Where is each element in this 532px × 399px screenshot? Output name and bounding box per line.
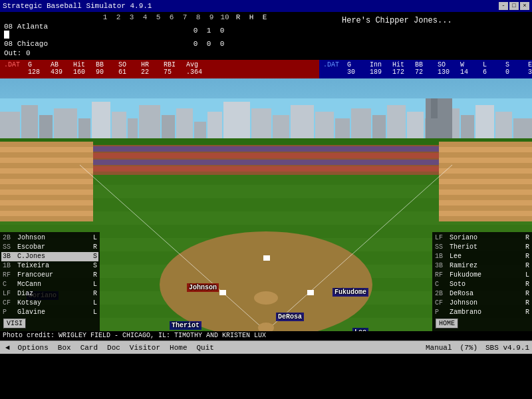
- svg-rect-83: [263, 255, 270, 261]
- player-fukudome: Fukudome: [332, 288, 368, 297]
- player-theriot: Theriot: [170, 321, 201, 330]
- svg-rect-72: [439, 190, 532, 195]
- menu-quit[interactable]: Quit: [192, 343, 217, 352]
- svg-rect-55: [0, 184, 93, 190]
- lineup-row-ramirez-ch: 3B Ramirez R: [434, 261, 531, 271]
- svg-rect-66: [439, 158, 532, 163]
- minimize-button[interactable]: -: [499, 2, 508, 10]
- player-lee: Lee: [352, 328, 368, 331]
- titlebar: Strategic Baseball Simulator 4.9.1 - □ ×: [0, 0, 532, 12]
- mode-manual: Manual: [426, 344, 452, 352]
- lineup-row-soto: C Soto R: [434, 280, 531, 289]
- svg-rect-61: [0, 216, 93, 221]
- svg-rect-52: [0, 168, 93, 174]
- announcement: Here's Chipper Jones...: [342, 13, 528, 59]
- svg-point-81: [254, 291, 278, 305]
- menu-options[interactable]: Options: [14, 343, 53, 352]
- score-header: 1 2 3 4 5 6 7 8 9 10 R H E: [4, 13, 335, 21]
- lineup-row-zambrano: P Zambrano R: [434, 308, 531, 317]
- stats-area: .DAT G AB Hit BB SO HR RBI Avg 128 439 1…: [0, 60, 532, 78]
- svg-rect-85: [307, 290, 314, 295]
- lineup-row-theriot: SS Theriot R: [434, 243, 531, 252]
- home-button[interactable]: HOME: [436, 319, 458, 329]
- visi-row[interactable]: VISI: [1, 317, 98, 330]
- score-row-chicago: 08 Chicago 0 0 0: [4, 40, 335, 48]
- svg-rect-49: [0, 152, 93, 158]
- svg-rect-69: [439, 174, 532, 179]
- rhe-chicago: 0 0 0: [190, 40, 227, 48]
- svg-rect-53: [0, 174, 93, 179]
- window-controls[interactable]: - □ ×: [499, 2, 529, 10]
- lineup-row-fukudome: RF Fukudome L: [434, 271, 531, 280]
- lineup-row-mccann: C McCann L: [1, 280, 98, 289]
- svg-rect-71: [439, 184, 532, 190]
- svg-rect-67: [439, 163, 532, 168]
- close-button[interactable]: ×: [520, 2, 529, 10]
- menu-box[interactable]: Box: [54, 343, 75, 352]
- svg-rect-56: [0, 190, 93, 195]
- svg-rect-84: [219, 290, 226, 295]
- svg-rect-74: [439, 200, 532, 205]
- photo-credit-text: Photo credit: WRIGLEY FIELD - CHICAGO, I…: [3, 332, 266, 339]
- svg-rect-63: [439, 142, 532, 147]
- lineup-row-francoeur: RF Francoeur R: [1, 271, 98, 280]
- svg-rect-65: [439, 152, 532, 158]
- lineup-row-glavine: P Glavine L: [1, 308, 98, 317]
- stats-pitcher: .DAT G Inn Hit BB SO W L S ERA 30 189 17…: [319, 60, 532, 78]
- lineup-chicago: LF Soriano R SS Theriot R 1B Lee R 3B Ra…: [432, 232, 532, 331]
- menu-visitor[interactable]: Visitor: [126, 343, 164, 352]
- lineup-row-kotsay: CF Kotsay L: [1, 299, 98, 308]
- title-text: Strategic Baseball Simulator 4.9.1: [3, 2, 152, 10]
- svg-rect-64: [439, 147, 532, 152]
- svg-rect-59: [0, 205, 93, 211]
- lineup-row-cjones: 3B C.Jones S: [1, 252, 98, 261]
- menu-card[interactable]: Card: [76, 343, 102, 352]
- out-info: Out: 0: [4, 49, 335, 57]
- score-left: 1 2 3 4 5 6 7 8 9 10 R H E 08 Atlanta 0: [4, 13, 335, 59]
- svg-rect-48: [0, 147, 93, 152]
- arrow-left[interactable]: ◄: [3, 343, 13, 352]
- svg-rect-77: [439, 216, 532, 221]
- player-derosa: DeRosa: [276, 313, 304, 321]
- version-label: SBS v4.9.1: [485, 344, 529, 352]
- svg-rect-76: [439, 211, 532, 216]
- svg-rect-70: [439, 179, 532, 184]
- svg-rect-50: [0, 158, 93, 163]
- menu-doc[interactable]: Doc: [103, 343, 124, 352]
- svg-rect-54: [0, 179, 93, 184]
- field-container: Soriano Johnson Fukudome DeRosa Theriot …: [0, 78, 532, 331]
- lineup-row-johnson: 2B Johnson L: [1, 233, 98, 243]
- lineup-row-johnson-cf: CF Johnson R: [434, 299, 531, 308]
- player-johnson-atlanta: Johnson: [187, 283, 219, 292]
- svg-rect-51: [0, 163, 93, 168]
- lineup-row-diaz: LF Diaz R: [1, 289, 98, 299]
- svg-rect-75: [439, 205, 532, 211]
- svg-rect-60: [0, 211, 93, 216]
- svg-rect-47: [0, 142, 93, 147]
- photo-credit: Photo credit: WRIGLEY FIELD - CHICAGO, I…: [0, 331, 532, 340]
- svg-rect-57: [0, 195, 93, 200]
- visi-button[interactable]: VISI: [3, 319, 26, 329]
- maximize-button[interactable]: □: [509, 2, 519, 10]
- score-row-atlanta: 08 Atlanta 0 1 0: [4, 23, 335, 39]
- percent-indicator: (7%): [460, 344, 477, 352]
- team-chicago: 08 Chicago: [4, 40, 57, 48]
- svg-rect-68: [439, 168, 532, 174]
- announcement-text: Here's Chipper Jones...: [342, 16, 452, 25]
- pitcher-stats-values: 30 189 172 72 130 14 6 0 3.91: [323, 68, 528, 76]
- lineup-row-lee: 1B Lee R: [434, 252, 531, 261]
- pitcher-stats-header: .DAT G Inn Hit BB SO W L S ERA: [323, 61, 528, 68]
- menubar[interactable]: ◄ Options Box Card Doc Visitor Home Quit…: [0, 340, 532, 354]
- stats-batter: .DAT G AB Hit BB SO HR RBI Avg 128 439 1…: [0, 60, 319, 78]
- batter-stats-header: .DAT G AB Hit BB SO HR RBI Avg: [4, 61, 315, 68]
- scoreboard: 1 2 3 4 5 6 7 8 9 10 R H E 08 Atlanta 0: [0, 12, 532, 60]
- menu-home[interactable]: Home: [166, 343, 191, 352]
- lineup-row-escobar: SS Escobar R: [1, 243, 98, 252]
- team-atlanta: 08 Atlanta: [4, 23, 57, 39]
- lineup-atlanta: 2B Johnson L SS Escobar R 3B C.Jones S 1…: [0, 232, 100, 331]
- rhe-atlanta: 0 1 0: [190, 27, 227, 35]
- lineup-row-derosa: 2B DeRosa R: [434, 289, 531, 299]
- home-row[interactable]: HOME: [434, 317, 531, 330]
- batter-stats-values: 128 439 160 90 61 22 75 .364: [4, 68, 315, 76]
- svg-rect-73: [439, 195, 532, 200]
